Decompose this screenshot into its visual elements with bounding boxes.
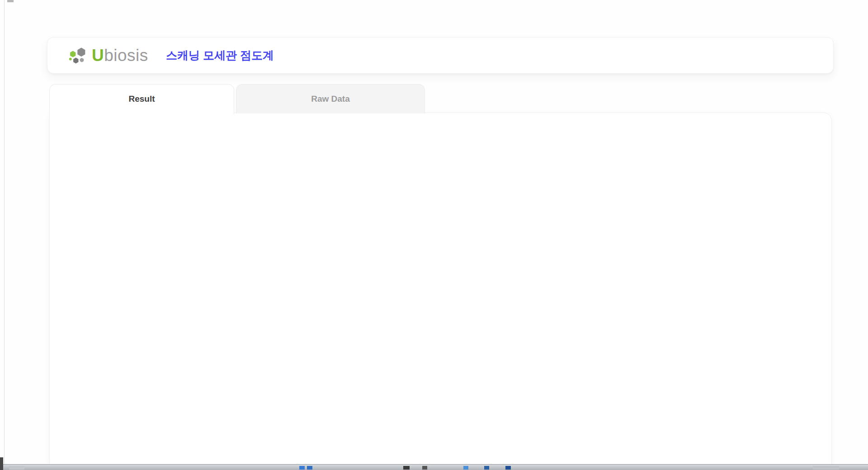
windows-taskbar[interactable] (0, 464, 868, 470)
taskbar-icon[interactable] (422, 466, 427, 470)
taskbar-icon[interactable] (484, 466, 489, 470)
taskbar-icon[interactable] (299, 466, 305, 470)
ubiosis-logo-icon (66, 46, 87, 66)
logo-letters-rest: biosis (104, 46, 148, 65)
app-title: 스캐닝 모세관 점도계 (166, 38, 274, 73)
screen-artifact-bottom-left (0, 457, 3, 470)
taskbar-start-area[interactable] (9, 466, 24, 470)
screen-edge-line (4, 0, 5, 464)
logo-text: Ubiosis (92, 46, 148, 65)
tab-raw-data[interactable]: Raw Data (236, 84, 425, 113)
taskbar-icon[interactable] (307, 466, 312, 470)
tab-result[interactable]: Result (49, 84, 234, 114)
taskbar-icon[interactable] (403, 466, 410, 470)
header-card: Ubiosis 스캐닝 모세관 점도계 (47, 37, 834, 74)
logo-letter-u: U (92, 46, 104, 65)
app-screen: Ubiosis 스캐닝 모세관 점도계 Result Raw Data File… (0, 0, 868, 470)
taskbar-clock-area (813, 466, 839, 470)
result-tab-panel (49, 113, 832, 470)
ubiosis-logo: Ubiosis (66, 44, 148, 67)
screen-artifact-top-left (7, 0, 14, 2)
taskbar-icon[interactable] (505, 466, 511, 470)
taskbar-icon[interactable] (463, 466, 468, 470)
